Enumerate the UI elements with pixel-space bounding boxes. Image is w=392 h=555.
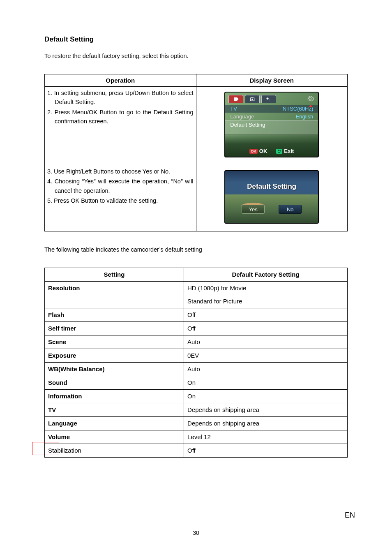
setting-name-cell: WB(White Balance) [45, 363, 184, 376]
table-row: TVDepends on shipping area [45, 403, 348, 417]
table-row: FlashOff [45, 308, 348, 322]
setting-name-cell: Flash [45, 308, 184, 322]
setting-name-cell: Information [45, 390, 184, 403]
defaults-intro: The following table indicates the camcor… [44, 246, 348, 253]
table-row: WB(White Balance)Auto [45, 363, 348, 376]
effect-tab-icon [261, 95, 276, 103]
page: Default Setting To restore the default f… [0, 0, 392, 555]
setting-value-cell: Off [184, 322, 348, 335]
operation-steps-1-2: 1. In setting submenu, press Up/Down But… [45, 87, 196, 165]
tab-bar [225, 92, 318, 105]
confirm-title: Default Setting [225, 183, 318, 191]
ok-badge: OK [249, 149, 258, 154]
table-row: InformationOn [45, 390, 348, 403]
table-row: Exposure0EV [45, 349, 348, 363]
setting-value-cell: Auto [184, 363, 348, 376]
menu-footer: OK OK ⮌ Exit [225, 148, 318, 154]
menu-row-default-setting: Default Setting [225, 120, 318, 135]
setting-name-cell: Volume [45, 430, 184, 444]
exit-hint: ⮌ Exit [276, 148, 294, 154]
menu-tv-label: TV [230, 106, 237, 112]
confirm-screenshot: Default Setting Yes No [224, 170, 319, 224]
svg-point-0 [252, 99, 254, 100]
section-title: Default Setting [44, 35, 348, 44]
op-step-1: 1. In setting submenu, press Up/Down But… [47, 88, 194, 107]
confirm-buttons: Yes No [225, 205, 318, 214]
setting-value-cell: Depends on shipping area [184, 403, 348, 417]
operation-table: Operation Display Screen 1. In setting s… [44, 74, 348, 231]
op-step-4: 4. Choosing “Yes” will execute the opera… [47, 177, 194, 195]
setting-name-cell: Resolution [45, 282, 184, 295]
gear-icon [307, 95, 314, 104]
table-row: SoundOn [45, 376, 348, 390]
setting-name-cell: Exposure [45, 349, 184, 363]
display-cell-1: TV NTSC(60Hz) Language English Default S… [196, 87, 348, 165]
page-number: 30 [0, 530, 392, 536]
setting-value-cell: HD (1080p) for Movie [184, 282, 348, 295]
setting-name-cell: Scene [45, 335, 184, 349]
display-header: Display Screen [196, 74, 348, 87]
table-row: VolumeLevel 12 [45, 430, 348, 444]
table-row: StabilizationOff [45, 444, 348, 458]
menu-row-tv: TV NTSC(60Hz) [225, 105, 318, 113]
menu-language-value: English [296, 113, 314, 120]
setting-value-cell: Auto [184, 335, 348, 349]
op-step-2: 2. Press Menu/OK Button to go to the Def… [47, 108, 194, 126]
setting-value-cell: Depends on shipping area [184, 417, 348, 430]
intro-text: To restore the default factory setting, … [44, 53, 348, 59]
display-cell-2: Default Setting Yes No [196, 165, 348, 231]
defaults-header-value: Default Factory Setting [184, 268, 348, 282]
camera-tab-icon [245, 95, 260, 103]
table-row: Self timerOff [45, 322, 348, 335]
table-row: Standard for Picture [45, 295, 348, 308]
defaults-header-setting: Setting [45, 268, 184, 282]
defaults-table: Setting Default Factory Setting Resoluti… [44, 268, 348, 458]
setting-name-cell: Stabilization [45, 444, 184, 458]
op-step-5: 5. Press OK Button to validate the setti… [47, 196, 194, 205]
table-row: SceneAuto [45, 335, 348, 349]
setting-name-cell: Language [45, 417, 184, 430]
operation-steps-3-5: 3. Use Right/Left Buttons to choose Yes … [45, 165, 196, 231]
up-arrow-indicator [309, 105, 312, 107]
setting-value-cell: Level 12 [184, 430, 348, 444]
table-row: ResolutionHD (1080p) for Movie [45, 282, 348, 295]
setting-value-cell: On [184, 376, 348, 390]
menu-screenshot: TV NTSC(60Hz) Language English Default S… [224, 92, 319, 157]
setting-value-cell: Standard for Picture [184, 295, 348, 308]
setting-name-cell [45, 295, 184, 308]
setting-value-cell: Off [184, 308, 348, 322]
menu-row-language: Language English [225, 113, 318, 120]
no-button: No [279, 205, 302, 214]
setting-value-cell: 0EV [184, 349, 348, 363]
operation-header: Operation [45, 74, 196, 87]
ok-hint: OK OK [249, 148, 267, 154]
yes-button: Yes [242, 205, 265, 214]
menu-tv-value: NTSC(60Hz) [283, 106, 313, 112]
setting-value-cell: On [184, 390, 348, 403]
menu-language-label: Language [230, 113, 254, 120]
exit-icon: ⮌ [276, 149, 282, 154]
setting-value-cell: Off [184, 444, 348, 458]
setting-name-cell: TV [45, 403, 184, 417]
table-row: LanguageDepends on shipping area [45, 417, 348, 430]
op-step-3: 3. Use Right/Left Buttons to choose Yes … [47, 167, 194, 176]
setting-name-cell: Sound [45, 376, 184, 390]
setting-name-cell: Self timer [45, 322, 184, 335]
movie-tab-icon [228, 95, 243, 103]
language-code: EN [345, 511, 355, 520]
